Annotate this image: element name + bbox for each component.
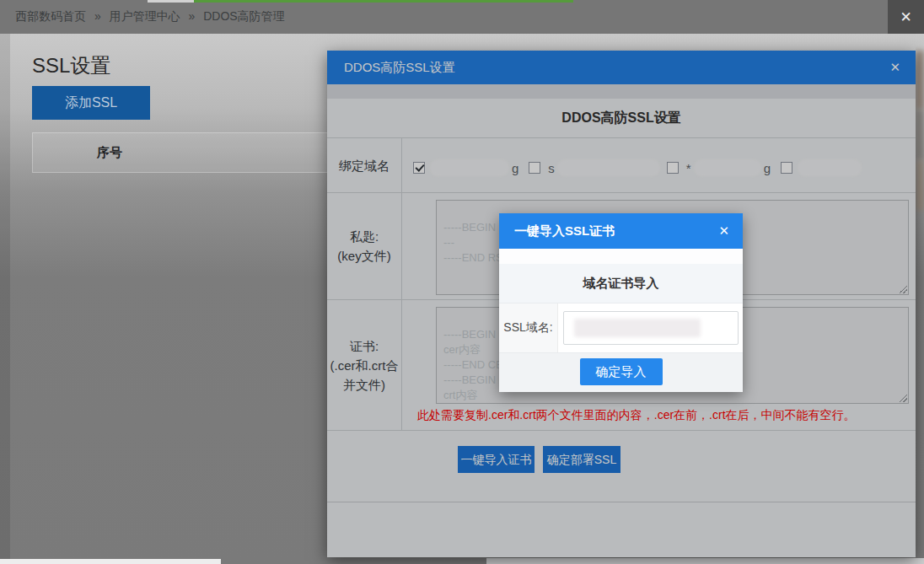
progress-bar: [194, 0, 573, 3]
import-modal-title: 一键导入SSL证书: [514, 213, 615, 249]
background-edge-content: [916, 51, 924, 110]
background-edge-content: [916, 160, 924, 211]
domain-checkbox-3[interactable]: [667, 162, 679, 174]
background-page-edge: [916, 34, 924, 564]
breadcrumb-home[interactable]: 西部数码首页: [15, 9, 86, 23]
domain-1-suffix: g: [512, 161, 518, 175]
deploy-ssl-button[interactable]: 确定部署SSL: [543, 446, 620, 473]
domain-checkbox-group: g s * g: [413, 159, 862, 176]
resize-handle-icon[interactable]: [899, 285, 907, 293]
bind-domain-label: 绑定域名: [327, 138, 402, 192]
one-key-import-button[interactable]: 一键导入证书: [458, 446, 535, 473]
ssl-form-title: DDOS高防SSL设置: [327, 99, 916, 137]
domain-3-prefix: *: [686, 161, 691, 175]
confirm-import-button[interactable]: 确定导入: [580, 358, 663, 385]
import-modal-strip: [499, 249, 743, 264]
redacted-domain-2: [557, 159, 660, 176]
ddos-ssl-modal-title: DDOS高防SSL设置: [344, 51, 455, 84]
breadcrumb-separator-icon: »: [188, 9, 195, 23]
breadcrumb-ddos-manage[interactable]: DDOS高防管理: [203, 9, 284, 23]
redacted-domain-value: [574, 319, 701, 337]
background-edge-content: [916, 110, 924, 160]
domain-3-suffix: g: [764, 161, 771, 175]
bottom-strip-right: [486, 558, 924, 564]
close-icon: ✕: [900, 9, 911, 25]
import-modal-footer: 确定导入: [499, 353, 743, 392]
footer-divider: [327, 502, 916, 502]
breadcrumb: 西部数码首页 » 用户管理中心 » DDOS高防管理: [15, 9, 290, 24]
ddos-ssl-modal-header: DDOS高防SSL设置 ✕: [327, 51, 916, 84]
breadcrumb-user-center[interactable]: 用户管理中心: [110, 9, 180, 23]
domain-checkbox-4[interactable]: [781, 162, 792, 174]
import-ssl-modal: 一键导入SSL证书 ✕ 域名证书导入 SSL域名: 确定导入: [499, 213, 743, 392]
redacted-domain-1: [430, 159, 509, 176]
certificate-label: 证书:: [350, 336, 379, 356]
resize-handle-icon[interactable]: [899, 394, 907, 402]
domain-2-prefix: s: [548, 161, 555, 175]
ssl-modal-footer: 一键导入证书 确定部署SSL: [327, 446, 916, 502]
import-modal-header: 一键导入SSL证书 ✕: [499, 213, 743, 249]
add-ssl-button[interactable]: 添加SSL: [32, 86, 150, 120]
private-key-sublabel: (key文件): [337, 246, 390, 266]
page-left-shade: [0, 34, 10, 564]
page-title: SSL设置: [32, 52, 110, 79]
ssl-domain-row: SSL域名:: [499, 303, 743, 353]
domain-checkbox-2[interactable]: [529, 162, 540, 174]
import-modal-close-icon[interactable]: ✕: [718, 213, 729, 249]
redacted-domain-4: [798, 159, 862, 176]
screen: 西部数码首页 » 用户管理中心 » DDOS高防管理 ✕ SSL设置 添加SSL…: [0, 0, 924, 564]
private-key-label: 私匙:: [350, 227, 379, 246]
page-close-button[interactable]: ✕: [888, 0, 924, 35]
ssl-domain-label: SSL域名:: [499, 303, 558, 352]
redacted-domain-3: [694, 159, 761, 176]
certificate-hint: 此处需要复制.cer和.crt两个文件里面的内容，.cer在前，.crt在后，中…: [417, 408, 906, 423]
modal-top-strip: [327, 84, 916, 99]
domain-checkbox-1[interactable]: [413, 162, 425, 174]
import-section-title: 域名证书导入: [499, 264, 743, 303]
bind-domain-row: 绑定域名 g s * g: [327, 138, 916, 193]
breadcrumb-separator-icon: »: [94, 9, 101, 23]
ddos-ssl-modal-close-icon[interactable]: ✕: [889, 51, 900, 84]
certificate-sublabel: (.cer和.crt合并文件): [329, 356, 400, 395]
bottom-strip-left: [0, 559, 221, 564]
ssl-domain-input[interactable]: [563, 311, 739, 345]
progress-bar-track: [148, 0, 194, 3]
top-breadcrumb-bar: 西部数码首页 » 用户管理中心 » DDOS高防管理 ✕: [0, 0, 924, 34]
